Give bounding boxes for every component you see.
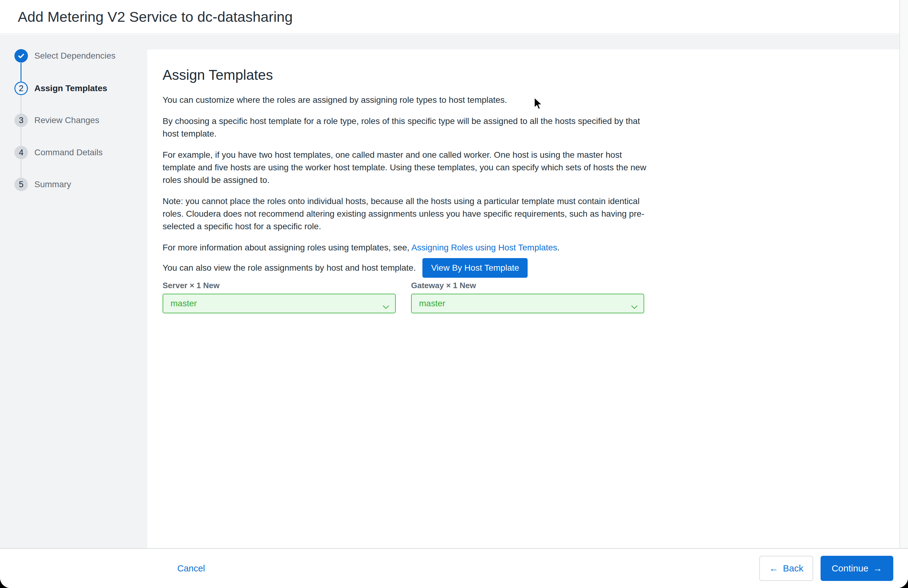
page-title: Add Metering V2 Service to dc-datasharin… xyxy=(18,8,293,25)
step-done-check-icon xyxy=(14,49,28,63)
view-by-host-row: You can also view the role assignments b… xyxy=(163,258,699,278)
cancel-link[interactable]: Cancel xyxy=(177,564,205,574)
back-button-label: Back xyxy=(783,563,803,574)
wizard-step-list: Select Dependencies 2 Assign Templates 3… xyxy=(0,34,147,548)
right-arrow-icon: → xyxy=(873,563,882,574)
view-by-host-template-button[interactable]: View By Host Template xyxy=(422,258,528,278)
more-info-text: For more information about assigning rol… xyxy=(163,243,411,252)
server-template-select[interactable]: master xyxy=(163,294,396,313)
role-assignment-grid: Server × 1 New master Gateway × 1 New ma… xyxy=(163,281,699,313)
step-command-details: 4 Command Details xyxy=(14,146,103,159)
example-paragraph: For example, if you have two host templa… xyxy=(163,148,696,186)
gateway-role-label: Gateway × 1 New xyxy=(411,281,644,290)
continue-button-label: Continue xyxy=(832,563,868,574)
chevron-down-icon xyxy=(631,302,638,311)
server-assignment-column: Server × 1 New master xyxy=(163,281,396,313)
vertical-scrollbar[interactable] xyxy=(899,0,908,548)
step-select-dependencies[interactable]: Select Dependencies xyxy=(14,49,116,63)
step-number-badge: 4 xyxy=(14,146,28,159)
view-by-host-sentence: You can also view the role assignments b… xyxy=(163,263,415,273)
wizard-header: Add Metering V2 Service to dc-datasharin… xyxy=(0,0,899,34)
wizard-footer: Cancel ←Back Continue→ xyxy=(0,548,908,588)
step-number-badge: 5 xyxy=(14,178,28,191)
more-info-period: . xyxy=(557,243,560,252)
step-summary: 5 Summary xyxy=(14,178,71,191)
continue-button[interactable]: Continue→ xyxy=(821,556,893,581)
step-connector xyxy=(21,127,21,146)
step-number-badge: 3 xyxy=(14,114,28,127)
step-review-changes: 3 Review Changes xyxy=(14,114,100,127)
content-panel: Assign Templates You can customize where… xyxy=(147,49,899,548)
gateway-assignment-column: Gateway × 1 New master xyxy=(411,281,644,313)
footer-actions: ←Back Continue→ xyxy=(759,556,893,581)
server-template-value: master xyxy=(171,299,197,308)
step-label: Assign Templates xyxy=(34,84,107,93)
step-label: Summary xyxy=(34,180,71,189)
wizard-window: Add Metering V2 Service to dc-datasharin… xyxy=(0,0,908,588)
assigning-roles-link[interactable]: Assigning Roles using Host Templates xyxy=(411,243,557,252)
step-assign-templates[interactable]: 2 Assign Templates xyxy=(14,82,107,95)
step-label: Select Dependencies xyxy=(34,51,116,61)
back-button[interactable]: ←Back xyxy=(759,556,813,581)
choose-template-paragraph: By choosing a specific host template for… xyxy=(163,115,696,140)
step-label: Command Details xyxy=(34,148,103,158)
step-number-badge: 2 xyxy=(14,82,28,95)
intro-paragraph: You can customize where the roles are as… xyxy=(163,93,696,106)
step-connector xyxy=(21,159,21,178)
server-role-label: Server × 1 New xyxy=(163,281,396,290)
left-arrow-icon: ← xyxy=(769,563,778,574)
step-connector xyxy=(21,63,21,82)
step-label: Review Changes xyxy=(34,115,100,125)
section-heading: Assign Templates xyxy=(163,67,699,83)
gateway-template-select[interactable]: master xyxy=(411,294,644,313)
step-connector xyxy=(21,95,21,114)
note-paragraph: Note: you cannot place the roles onto in… xyxy=(163,195,696,233)
chevron-down-icon xyxy=(383,302,389,311)
gateway-template-value: master xyxy=(419,299,445,308)
more-info-paragraph: For more information about assigning rol… xyxy=(163,241,696,254)
